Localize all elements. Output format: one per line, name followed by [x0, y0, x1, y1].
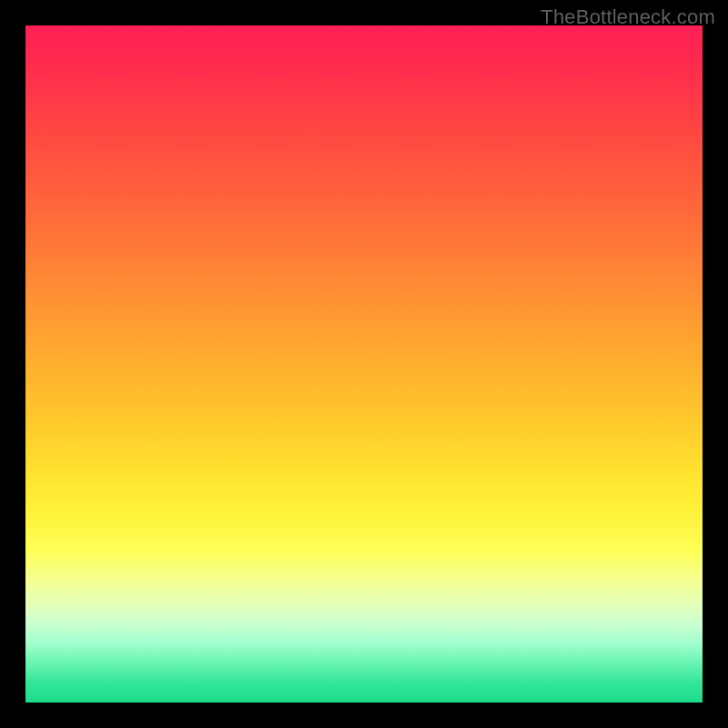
plot-area — [25, 25, 703, 703]
chart-root: TheBottleneck.com — [0, 0, 728, 728]
gradient-background — [25, 25, 703, 703]
